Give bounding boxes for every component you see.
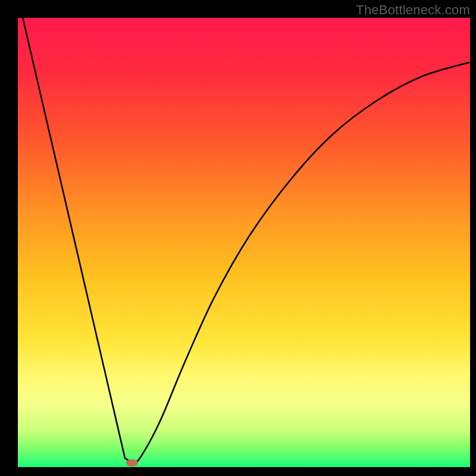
chart-frame: TheBottleneck.com	[0, 0, 476, 476]
minimum-marker	[126, 459, 138, 466]
watermark-text: TheBottleneck.com	[356, 2, 470, 18]
bottleneck-chart	[0, 0, 476, 476]
